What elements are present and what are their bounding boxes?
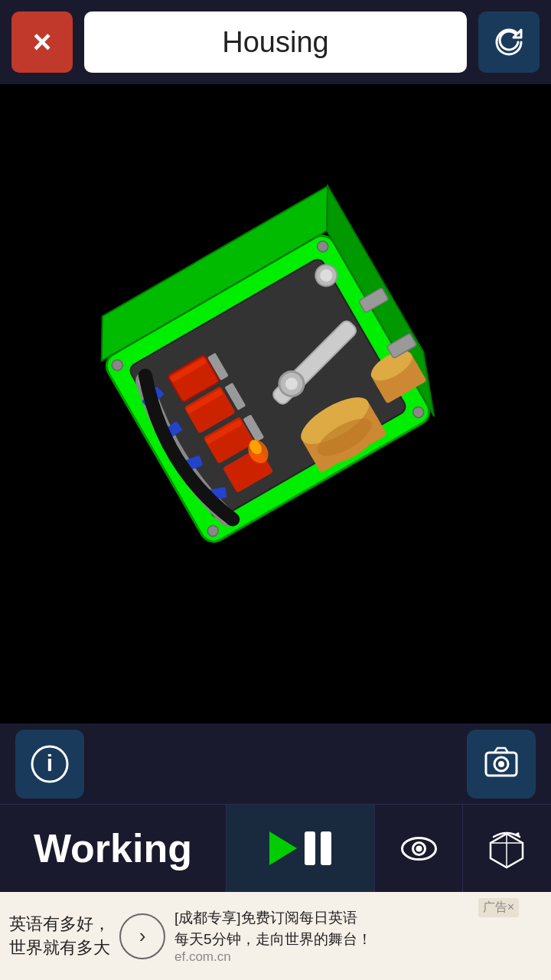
working-label-container: Working [0, 805, 226, 893]
rotate-3d-icon [486, 828, 528, 870]
ad-url: ef.com.cn [174, 949, 542, 965]
ad-promo-text2: 每天5分钟，走向世界的舞台！ [174, 931, 372, 947]
screenshot-button[interactable] [467, 730, 536, 799]
svg-point-43 [498, 761, 504, 767]
play-pause-icon [269, 831, 331, 865]
control-bar: Working [0, 804, 551, 892]
ad-promo-text: [成都专享]免费订阅每日英语 [174, 910, 357, 926]
eye-icon [398, 828, 440, 870]
bottom-info-row: i [0, 724, 551, 804]
close-button[interactable]: × [11, 11, 73, 73]
ad-text-line2: 世界就有多大 [9, 938, 110, 957]
pause-bar-left [305, 831, 315, 865]
play-pause-button[interactable] [226, 805, 375, 893]
ad-text-line1: 英语有多好， [9, 914, 110, 933]
eye-button[interactable] [375, 805, 463, 893]
pause-icon [305, 831, 331, 865]
top-bar: × Housing [0, 0, 551, 84]
3d-model [54, 165, 497, 639]
pause-bar-right [321, 831, 331, 865]
3d-view-area[interactable] [0, 84, 551, 720]
close-icon: × [33, 26, 52, 58]
ad-arrow-icon: › [139, 924, 146, 948]
ad-arrow-button[interactable]: › [119, 913, 165, 959]
ad-left-section: 英语有多好， 世界就有多大 [9, 913, 110, 960]
ad-left-text: 英语有多好， 世界就有多大 [9, 913, 110, 960]
page-title: Housing [222, 26, 328, 59]
ad-tag: 广告× [478, 898, 519, 917]
title-box: Housing [84, 11, 467, 73]
ad-banner: 英语有多好， 世界就有多大 › [成都专享]免费订阅每日英语 每天5分钟，走向世… [0, 892, 551, 980]
info-button[interactable]: i [15, 730, 84, 799]
svg-text:i: i [47, 750, 53, 776]
play-icon [269, 831, 297, 865]
rotate-button[interactable] [463, 805, 551, 893]
info-icon: i [30, 744, 70, 784]
working-text: Working [34, 825, 192, 871]
refresh-icon [492, 25, 526, 59]
screenshot-icon [482, 745, 520, 783]
svg-point-46 [416, 845, 422, 851]
refresh-button[interactable] [478, 11, 540, 73]
